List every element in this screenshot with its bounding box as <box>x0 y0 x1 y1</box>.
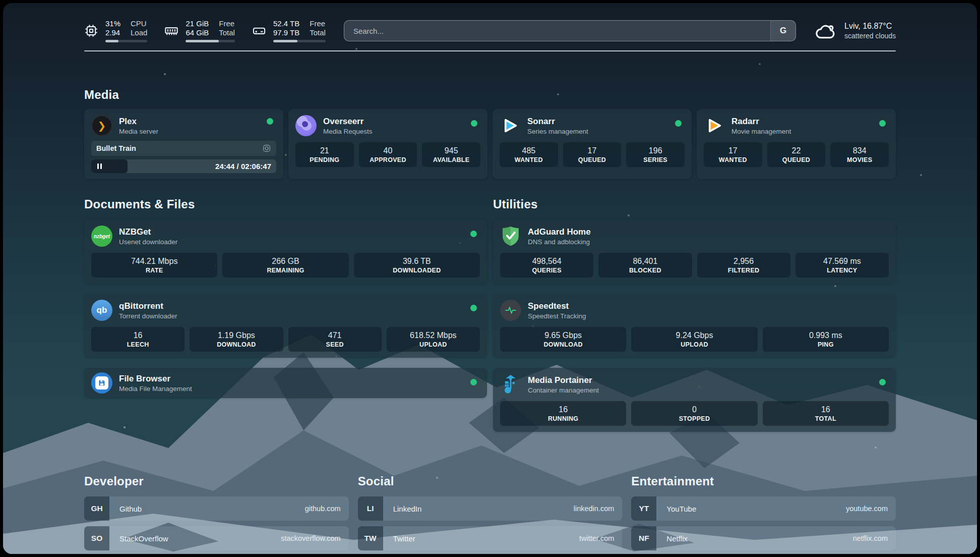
bookmark-twitter[interactable]: TW Twitter twitter.com <box>358 526 623 550</box>
search-input[interactable] <box>344 21 770 41</box>
bookmark-abbr: SO <box>84 526 109 550</box>
app-card-radarr[interactable]: Radarr Movie management 17 WANTED 22 QUE… <box>697 109 896 179</box>
stat-wanted: 17 WANTED <box>704 142 762 167</box>
app-desc: Usenet downloader <box>119 238 177 246</box>
weather-location-temp: Lviv, 16.87°C <box>844 22 896 31</box>
app-desc: Media File Management <box>119 385 192 393</box>
memory-progress-bar <box>186 40 235 42</box>
stat-queued: 22 QUEUED <box>767 142 826 167</box>
stat-wanted: 485 WANTED <box>500 142 558 167</box>
cpu-load-value: 2.94 <box>105 28 120 37</box>
stat-upload: 618.52 Mbps UPLOAD <box>387 327 480 352</box>
stat-download: 9.65 Gbps DOWNLOAD <box>500 327 626 352</box>
adguard-icon <box>500 226 521 247</box>
status-dot <box>267 118 273 125</box>
stat-movies: 834 MOVIES <box>830 142 889 167</box>
disk-free-value: 52.4 TB <box>273 19 299 28</box>
search-engine-button[interactable]: G <box>770 21 795 41</box>
stat-leech: 16 LEECH <box>91 327 185 352</box>
app-card-speedtest[interactable]: Speedtest Speedtest Tracking 9.65 Gbps D… <box>493 294 896 358</box>
weather-widget[interactable]: Lviv, 16.87°C scattered clouds <box>814 21 896 41</box>
memory-total-value: 64 GiB <box>186 28 209 37</box>
stat-queries: 498,564 QUERIES <box>500 253 593 277</box>
app-card-filebrowser[interactable]: File Browser Media File Management <box>84 368 487 398</box>
weather-condition: scattered clouds <box>844 32 896 40</box>
bookmark-name: StackOverflow <box>119 534 168 543</box>
stat-rate: 744.21 Mbps RATE <box>91 253 217 277</box>
bookmark-github[interactable]: GH Github github.com <box>84 496 349 521</box>
app-card-sonarr[interactable]: Sonarr Series management 485 WANTED 17 Q… <box>493 109 692 179</box>
cloud-icon <box>814 21 837 41</box>
app-name: qBittorrent <box>119 301 177 311</box>
bookmark-abbr: TW <box>358 526 383 550</box>
cpu-progress-bar <box>105 40 147 42</box>
bookmark-url: youtube.com <box>846 505 888 513</box>
stat-queued: 17 QUEUED <box>563 142 622 167</box>
app-desc: Media server <box>119 128 158 135</box>
app-desc: Speedtest Tracking <box>528 312 586 320</box>
snow-particles <box>3 3 4 4</box>
app-name: AdGuard Home <box>528 227 591 237</box>
stat-remaining: 266 GB REMAINING <box>222 253 348 277</box>
stat-latency: 47.569 ms LATENCY <box>795 253 889 277</box>
app-name: Speedtest <box>528 301 586 311</box>
disk-label-top: Free <box>310 19 326 28</box>
app-name: Plex <box>119 117 158 127</box>
overseerr-icon <box>295 115 317 136</box>
playback-progress-bar[interactable]: 24:44 / 02:06:47 <box>91 159 276 173</box>
status-dot <box>471 120 477 127</box>
bookmark-netflix[interactable]: NF Netflix netflix.com <box>631 526 896 550</box>
app-desc: Media Requests <box>323 128 373 135</box>
app-card-nzbget[interactable]: nzbget NZBGet Usenet downloader 744.21 M… <box>84 219 487 284</box>
app-name: Sonarr <box>527 117 588 127</box>
header-divider <box>84 50 896 51</box>
app-card-adguard[interactable]: AdGuard Home DNS and adblocking 498,564 … <box>493 219 896 284</box>
app-desc: Series management <box>527 128 588 135</box>
stat-ping: 0.993 ms PING <box>763 327 889 352</box>
bookmark-url: github.com <box>305 505 341 513</box>
memory-label-top: Free <box>219 19 235 28</box>
dashboard-screen: 31% CPU 2.94 Load 21 GiB Free <box>3 3 977 554</box>
media-cards-row: ❯ Plex Media server Bullet Train 24:44 /… <box>84 109 896 179</box>
pause-icon <box>97 163 99 169</box>
section-title-documents: Documents & Files <box>84 197 487 211</box>
status-dot <box>675 120 682 127</box>
session-icon <box>262 144 271 153</box>
app-card-overseerr[interactable]: Overseerr Media Requests 21 PENDING 40 A… <box>288 109 487 179</box>
app-desc: Torrent downloader <box>119 312 177 320</box>
cpu-label-top: CPU <box>131 19 147 28</box>
app-card-plex[interactable]: ❯ Plex Media server Bullet Train 24:44 /… <box>84 109 283 179</box>
disk-label-bottom: Total <box>310 28 326 37</box>
stat-approved: 40 APPROVED <box>359 142 417 167</box>
app-card-qbittorrent[interactable]: qb qBittorrent Torrent downloader 16 LEE… <box>84 294 487 358</box>
status-dot <box>879 120 886 127</box>
bookmark-abbr: GH <box>84 496 109 521</box>
section-title-entertainment: Entertainment <box>631 474 896 488</box>
bookmark-abbr: LI <box>358 496 383 521</box>
search-bar: G <box>344 20 796 41</box>
status-dot <box>470 379 477 385</box>
app-card-portainer[interactable]: Media Portainer Container management 16 … <box>493 368 896 432</box>
section-title-social: Social <box>358 474 623 488</box>
bookmark-name: Github <box>119 505 142 513</box>
disk-total-value: 97.9 TB <box>273 28 299 37</box>
app-desc: DNS and adblocking <box>528 238 591 246</box>
sonarr-icon <box>500 115 521 136</box>
stat-seed: 471 SEED <box>288 327 382 352</box>
disk-progress-bar <box>273 40 326 42</box>
bookmark-name: YouTube <box>666 505 696 513</box>
app-name: Overseerr <box>323 117 373 127</box>
stat-filtered: 2,956 FILTERED <box>697 253 790 277</box>
section-title-media: Media <box>84 88 896 102</box>
bookmark-youtube[interactable]: YT YouTube youtube.com <box>631 496 896 521</box>
status-dot <box>470 305 477 311</box>
app-name: NZBGet <box>119 227 177 237</box>
portainer-icon <box>500 374 521 395</box>
nzbget-icon: nzbget <box>91 226 112 247</box>
status-dot <box>470 231 477 237</box>
memory-free-value: 21 GiB <box>186 19 209 28</box>
now-playing-title: Bullet Train <box>96 144 136 152</box>
bookmark-linkedin[interactable]: LI LinkedIn linkedin.com <box>358 496 623 521</box>
bookmark-stackoverflow[interactable]: SO StackOverflow stackoverflow.com <box>84 526 349 550</box>
plex-icon: ❯ <box>91 115 112 136</box>
